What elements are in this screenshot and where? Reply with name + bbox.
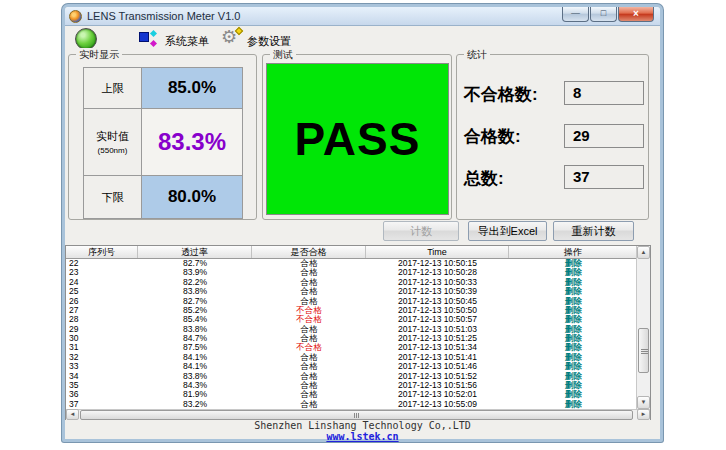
cell-serial: 24 [66, 278, 138, 287]
table-row[interactable]: 36 81.9% 合格 2017-12-13 10:52:01 删除 [66, 390, 638, 399]
scroll-up-icon[interactable]: ▲ [637, 246, 650, 259]
delete-link[interactable]: 删除 [509, 353, 638, 362]
header-serial[interactable]: 序列号 [66, 246, 138, 258]
cell-transmittance: 85.4% [138, 315, 252, 324]
table-row[interactable]: 33 84.1% 合格 2017-12-13 10:51:46 删除 [66, 362, 638, 371]
table-row[interactable]: 22 82.7% 合格 2017-12-13 10:50:15 删除 [66, 259, 638, 268]
table-row[interactable]: 31 87.5% 不合格 2017-12-13 10:51:34 删除 [66, 343, 638, 352]
scroll-left-icon[interactable]: ◄ [66, 409, 79, 420]
delete-link[interactable]: 删除 [509, 381, 638, 390]
website-link[interactable]: www.lstek.cn [65, 431, 660, 442]
table-row[interactable]: 37 83.2% 合格 2017-12-13 10:55:09 删除 [66, 400, 638, 409]
cell-serial: 35 [66, 381, 138, 390]
cell-serial: 23 [66, 268, 138, 277]
table-row[interactable]: 28 85.4% 不合格 2017-12-13 10:50:57 删除 [66, 315, 638, 324]
header-result[interactable]: 是否合格 [252, 246, 366, 258]
delete-link[interactable]: 删除 [509, 259, 638, 268]
delete-link[interactable]: 删除 [509, 334, 638, 343]
delete-link[interactable]: 删除 [509, 306, 638, 315]
cell-time: 2017-12-13 10:50:39 [366, 287, 509, 296]
test-group-title: 测试 [270, 48, 296, 62]
cell-result: 合格 [252, 334, 366, 343]
table-row[interactable]: 30 84.7% 合格 2017-12-13 10:51:25 删除 [66, 334, 638, 343]
cell-time: 2017-12-13 10:51:46 [366, 362, 509, 371]
cell-transmittance: 83.8% [138, 287, 252, 296]
table-row[interactable]: 27 85.2% 不合格 2017-12-13 10:50:50 删除 [66, 306, 638, 315]
system-menu-button[interactable]: 系统菜单 [165, 34, 209, 49]
header-operation[interactable]: 操作 [509, 246, 638, 258]
cell-time: 2017-12-13 10:51:52 [366, 372, 509, 381]
title-bar[interactable]: LENS Transmission Meter V1.0 — □ × [65, 7, 660, 26]
upper-limit-value: 85.0% [142, 68, 242, 108]
cell-serial: 33 [66, 362, 138, 371]
cell-time: 2017-12-13 10:51:03 [366, 325, 509, 334]
delete-link[interactable]: 删除 [509, 268, 638, 277]
horizontal-scroll-thumb[interactable] [80, 410, 633, 420]
cell-transmittance: 84.7% [138, 334, 252, 343]
table-row[interactable]: 32 84.1% 合格 2017-12-13 10:51:41 删除 [66, 353, 638, 362]
delete-link[interactable]: 删除 [509, 287, 638, 296]
table-row[interactable]: 34 83.8% 合格 2017-12-13 10:51:52 删除 [66, 372, 638, 381]
delete-link[interactable]: 删除 [509, 372, 638, 381]
cell-transmittance: 81.9% [138, 390, 252, 399]
cell-transmittance: 84.1% [138, 353, 252, 362]
stats-group: 统计 不合格数: 8 合格数: 29 总数: 37 [456, 54, 649, 220]
cell-time: 2017-12-13 10:50:57 [366, 315, 509, 324]
cell-time: 2017-12-13 10:50:15 [366, 259, 509, 268]
cell-result: 不合格 [252, 315, 366, 324]
vertical-scrollbar[interactable]: ▲ ▼ [636, 246, 650, 409]
export-excel-button[interactable]: 导出到Excel [468, 221, 547, 241]
count-button[interactable]: 计数 [383, 221, 459, 241]
cell-result: 合格 [252, 362, 366, 371]
cell-serial: 27 [66, 306, 138, 315]
vertical-scroll-thumb[interactable] [638, 328, 649, 373]
settings-button[interactable]: 参数设置 [247, 34, 291, 49]
cell-time: 2017-12-13 10:51:56 [366, 381, 509, 390]
cell-result: 合格 [252, 381, 366, 390]
cell-serial: 32 [66, 353, 138, 362]
table-row[interactable]: 24 82.2% 合格 2017-12-13 10:50:33 删除 [66, 278, 638, 287]
table-row[interactable]: 25 83.8% 合格 2017-12-13 10:50:39 删除 [66, 287, 638, 296]
horizontal-scrollbar[interactable]: ◄ ► [66, 409, 650, 420]
scroll-down-icon[interactable]: ▼ [637, 396, 650, 409]
cell-transmittance: 83.8% [138, 325, 252, 334]
delete-link[interactable]: 删除 [509, 343, 638, 352]
table-row[interactable]: 35 84.3% 合格 2017-12-13 10:51:56 删除 [66, 381, 638, 390]
cell-time: 2017-12-13 10:51:34 [366, 343, 509, 352]
cell-serial: 29 [66, 325, 138, 334]
cell-transmittance: 83.8% [138, 372, 252, 381]
delete-link[interactable]: 删除 [509, 278, 638, 287]
scroll-right-icon[interactable]: ► [637, 409, 650, 420]
delete-link[interactable]: 删除 [509, 390, 638, 399]
cell-serial: 30 [66, 334, 138, 343]
header-transmittance[interactable]: 透过率 [138, 246, 252, 258]
table-row[interactable]: 29 83.8% 合格 2017-12-13 10:51:03 删除 [66, 325, 638, 334]
cell-transmittance: 82.7% [138, 297, 252, 306]
table-row[interactable]: 23 83.9% 合格 2017-12-13 10:50:28 删除 [66, 268, 638, 277]
cell-transmittance: 87.5% [138, 343, 252, 352]
delete-link[interactable]: 删除 [509, 362, 638, 371]
delete-link[interactable]: 删除 [509, 297, 638, 306]
maximize-button[interactable]: □ [590, 7, 617, 22]
cell-result: 合格 [252, 297, 366, 306]
delete-link[interactable]: 删除 [509, 325, 638, 334]
cell-transmittance: 82.7% [138, 259, 252, 268]
cell-transmittance: 82.2% [138, 278, 252, 287]
recount-button[interactable]: 重新计数 [553, 221, 634, 241]
delete-link[interactable]: 删除 [509, 400, 638, 409]
cell-result: 合格 [252, 268, 366, 277]
header-time[interactable]: Time [366, 246, 509, 258]
current-value: 83.3% [142, 109, 242, 175]
lower-limit-value: 80.0% [142, 176, 242, 218]
cell-serial: 25 [66, 287, 138, 296]
cell-serial: 26 [66, 297, 138, 306]
close-button[interactable]: × [618, 7, 654, 22]
delete-link[interactable]: 删除 [509, 315, 638, 324]
system-menu-icon[interactable] [139, 31, 157, 47]
current-value-label: 实时值 (550nm) [84, 109, 142, 175]
cell-result: 合格 [252, 287, 366, 296]
close-icon: × [633, 8, 639, 19]
table-row[interactable]: 26 82.7% 合格 2017-12-13 10:50:45 删除 [66, 297, 638, 306]
minimize-button[interactable]: — [562, 7, 589, 22]
pass-count-label: 合格数: [464, 125, 521, 148]
